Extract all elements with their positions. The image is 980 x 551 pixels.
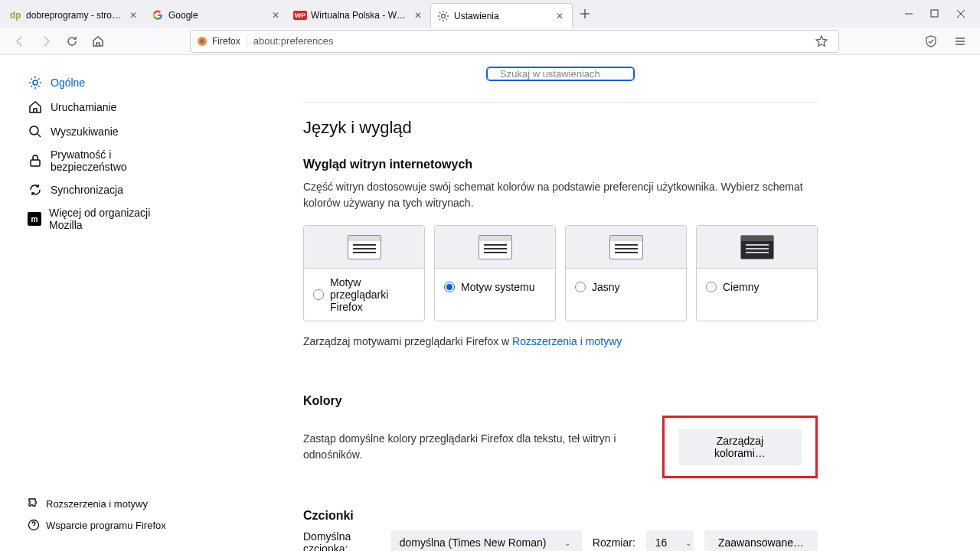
font-size-select[interactable]: 16⌄ [646,530,694,551]
chevron-down-icon: ⌄ [685,539,691,547]
sidebar-item-search[interactable]: Wyszukiwanie [28,119,172,144]
sidebar-label: Ogólne [51,77,85,89]
size-label: Rozmiar: [593,536,635,549]
tab-title: dobreprogramy - strona główna [26,10,122,21]
close-icon[interactable]: ✕ [412,9,424,21]
url-identity: Firefox [197,36,247,47]
home-button[interactable] [87,31,109,52]
sidebar-item-sync[interactable]: Synchronizacja [28,178,172,202]
theme-options: Motyw przeglądarki Firefox Motyw systemu… [303,225,818,321]
default-font-label: Domyślna czcionka: [303,530,380,551]
tab-dobreprogramy[interactable]: dp dobreprogramy - strona główna ✕ [3,3,145,28]
theme-preview [566,226,686,269]
tab-title: Ustawienia [454,11,549,21]
svg-point-0 [442,14,446,18]
appearance-title: Wygląd witryn internetowych [303,158,818,171]
select-value: domyślna (Times New Roman) [400,536,547,549]
maximize-icon[interactable] [929,8,940,19]
theme-label-text: Motyw systemu [461,281,534,293]
sidebar-label: Rozszerzenia i motywy [46,498,148,510]
chevron-down-icon: ⌄ [564,539,570,547]
tab-bar: dp dobreprogramy - strona główna ✕ Googl… [0,0,980,28]
sidebar-label: Wyszukiwanie [51,126,119,138]
back-button[interactable] [9,31,31,52]
svg-point-5 [30,126,38,135]
theme-option-system[interactable]: Motyw systemu [434,225,556,321]
reload-button[interactable] [61,31,83,52]
search-icon [28,124,43,139]
divider [303,102,818,103]
url-bar[interactable]: Firefox about:preferences [190,30,839,53]
settings-search[interactable] [487,67,634,80]
theme-label-text: Motyw przeglądarki Firefox [330,276,415,313]
sidebar-item-support[interactable]: Wsparcie programu Firefox [28,514,172,536]
sync-icon [28,182,43,197]
appearance-desc: Część witryn dostosowuje swój schemat ko… [303,179,818,211]
new-tab-button[interactable] [573,2,597,26]
close-window-icon[interactable] [956,8,966,19]
menu-icon[interactable] [949,31,971,52]
theme-preview [435,226,555,269]
close-icon[interactable]: ✕ [127,9,139,21]
manage-themes-prefix: Zarządzaj motywami przeglądarki Firefox … [303,335,512,347]
svg-point-4 [33,80,38,85]
theme-label-text: Ciemny [723,281,759,293]
highlight-annotation: Zarządzaj kolorami… [662,416,818,478]
minimize-icon[interactable] [903,8,914,19]
tab-wp[interactable]: WP Wirtualna Polska - Wszystko co ✕ [288,3,430,28]
window-controls [903,8,980,19]
svg-rect-6 [31,160,40,166]
radio-icon [575,282,586,292]
wp-favicon: WP [294,9,306,21]
manage-themes-text: Zarządzaj motywami przeglądarki Firefox … [303,334,818,350]
identity-label: Firefox [212,36,240,47]
close-icon[interactable]: ✕ [554,10,566,22]
sidebar-label: Więcej od organizacji Mozilla [49,207,172,231]
manage-colors-button[interactable]: Zarządzaj kolorami… [678,429,802,465]
sidebar-item-extensions[interactable]: Rozszerzenia i motywy [28,493,172,514]
nav-bar: Firefox about:preferences [0,28,980,55]
radio-icon [706,282,717,292]
main-content: Język i wygląd Wygląd witryn internetowy… [172,55,980,551]
theme-option-browser[interactable]: Motyw przeglądarki Firefox [303,225,425,321]
google-favicon [152,9,164,21]
radio-icon [444,282,455,292]
sidebar-item-privacy[interactable]: Prywatność i bezpieczeństwo [28,144,172,178]
tab-title: Google [168,10,265,21]
theme-preview [304,226,424,269]
colors-title: Kolory [303,394,818,408]
mozilla-icon: m [28,211,41,227]
svg-rect-1 [931,10,938,17]
question-icon [28,519,40,531]
sidebar-label: Uruchamianie [51,101,116,113]
tab-title: Wirtualna Polska - Wszystko co [311,10,407,21]
sidebar-item-general[interactable]: Ogólne [28,70,172,95]
forward-button[interactable] [35,31,57,52]
sidebar-label: Prywatność i bezpieczeństwo [51,148,172,173]
lock-icon [28,153,43,168]
fonts-title: Czcionki [303,509,818,523]
gear-icon [28,75,43,90]
shield-icon[interactable] [920,31,942,52]
search-input[interactable] [500,68,629,80]
sidebar-item-startup[interactable]: Uruchamianie [28,95,172,119]
close-icon[interactable]: ✕ [270,9,282,21]
extensions-themes-link[interactable]: Rozszerzenia i motywy [512,335,622,347]
tab-settings[interactable]: Ustawienia ✕ [430,3,573,28]
svg-point-3 [200,39,204,44]
tab-google[interactable]: Google ✕ [145,3,288,28]
bookmark-star-icon[interactable] [811,31,832,52]
url-text: about:preferences [253,35,334,47]
radio-icon [313,289,324,300]
sidebar-label: Synchronizacja [51,184,123,196]
sidebar-item-more-mozilla[interactable]: m Więcej od organizacji Mozilla [28,202,172,236]
theme-option-dark[interactable]: Ciemny [696,225,818,321]
section-heading: Język i wygląd [303,118,818,138]
sidebar: Ogólne Uruchamianie Wyszukiwanie Prywatn… [0,55,172,551]
theme-option-light[interactable]: Jasny [565,225,687,321]
colors-desc: Zastąp domyślne kolory przeglądarki Fire… [303,431,662,463]
default-font-select[interactable]: domyślna (Times New Roman)⌄ [390,530,582,551]
sidebar-label: Wsparcie programu Firefox [46,520,166,531]
puzzle-icon [28,497,40,510]
advanced-fonts-button[interactable]: Zaawansowane… [704,530,818,551]
